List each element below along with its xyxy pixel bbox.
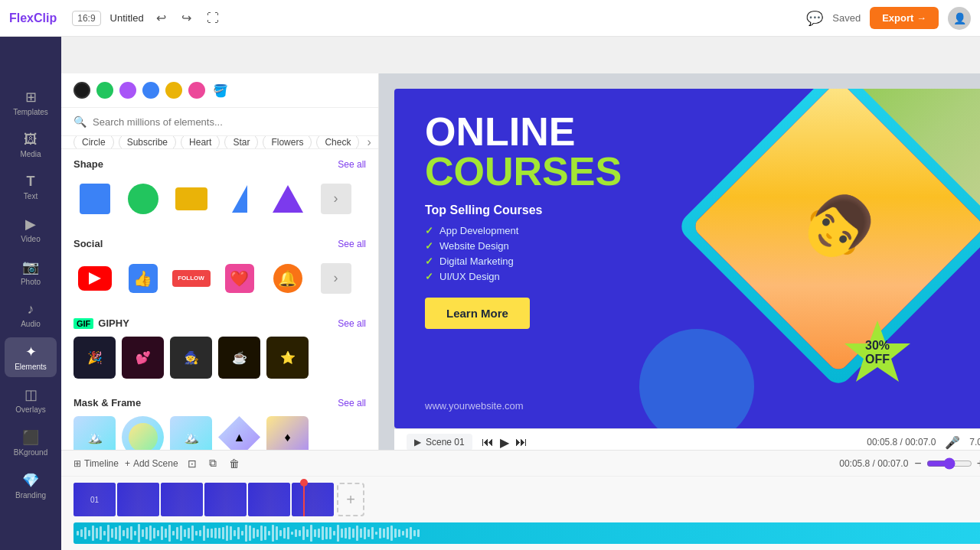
add-icon: +	[125, 458, 130, 469]
shape-see-all[interactable]: See all	[338, 159, 366, 170]
frame-item-4[interactable]: ▲	[218, 416, 260, 450]
social-see-all[interactable]: See all	[338, 239, 366, 249]
list-item-3-text: Digital Marketing	[439, 255, 514, 267]
clip-6[interactable]	[292, 483, 334, 516]
sidebar-label-video: Video	[21, 235, 40, 243]
giphy-item-3[interactable]: 🧙	[170, 337, 212, 379]
sidebar-item-overlays[interactable]: ◫ Overlays	[5, 380, 57, 420]
tag-flowers[interactable]: Flowers	[263, 136, 312, 149]
fullscreen-toggle-button[interactable]: ⛶	[204, 8, 222, 28]
clip-2[interactable]	[117, 483, 159, 516]
social-more[interactable]: ›	[315, 257, 357, 299]
sidebar-item-branding[interactable]: 💎 Branding	[5, 466, 57, 506]
text-icon: T	[27, 174, 35, 190]
clip-5[interactable]	[248, 483, 290, 516]
aspect-ratio-badge[interactable]: 16:9	[72, 11, 100, 26]
topbar: FlexClip 16:9 Untitled ↩ ↪ ⛶ 💬 Saved Exp…	[0, 0, 980, 37]
playback-bar: ▶ Scene 01 ⏮ ▶ ⏭ 00:05.8 / 00:07.0 🎤 7.0…	[394, 428, 980, 450]
shape-more[interactable]: ›	[315, 177, 357, 220]
user-avatar[interactable]: 👤	[948, 7, 971, 30]
fill-color-tool[interactable]: 🪣	[211, 81, 230, 99]
clip-3[interactable]	[161, 483, 203, 516]
shape-circle[interactable]	[122, 177, 164, 220]
color-purple[interactable]	[119, 82, 136, 99]
sidebar-item-bkground[interactable]: ⬛ BKground	[5, 423, 57, 463]
zoom-out-button[interactable]: −	[914, 457, 921, 470]
sidebar-item-elements[interactable]: ✦ Elements	[5, 337, 57, 377]
slide-canvas[interactable]: ONLINE COURSES Top Selling Courses ✓App …	[394, 89, 980, 428]
social-heart[interactable]: ❤️	[218, 257, 260, 299]
frame-item-1[interactable]: 🏔️	[74, 416, 116, 450]
tag-star[interactable]: Star	[224, 136, 258, 149]
redo-button[interactable]: ↪	[178, 8, 194, 28]
mask-frame-see-all[interactable]: See all	[338, 398, 366, 408]
sidebar-item-templates[interactable]: ⊞ Templates	[5, 83, 57, 122]
timeline-button[interactable]: ⊞ Timeline	[74, 458, 119, 469]
giphy-header: GIF GIPHY See all	[74, 317, 366, 329]
workspace: 🪣 🔍 Circle Subscribe Heart Star Flowers …	[61, 73, 980, 450]
export-button[interactable]: Export →	[870, 7, 939, 29]
zoom-in-button[interactable]: +	[977, 457, 980, 470]
color-pink[interactable]	[188, 82, 205, 99]
shape-triangle-up[interactable]	[266, 177, 309, 220]
social-like[interactable]: 👍	[122, 257, 164, 299]
timeline-clips: 01 +	[61, 477, 980, 522]
social-bell[interactable]: 🔔	[266, 257, 309, 299]
add-scene-plus-button[interactable]: +	[337, 483, 364, 516]
giphy-item-5[interactable]: ⭐	[266, 337, 309, 379]
giphy-title: GIPHY	[98, 317, 129, 329]
zoom-slider[interactable]	[926, 457, 972, 470]
add-scene-button[interactable]: + Add Scene	[125, 458, 178, 469]
social-youtube[interactable]	[74, 257, 116, 299]
color-yellow[interactable]	[165, 82, 182, 99]
list-item-3: ✓Digital Marketing	[425, 255, 622, 267]
sidebar-item-video[interactable]: ▶ Video	[5, 210, 57, 249]
search-input[interactable]	[93, 116, 366, 128]
sidebar-item-text[interactable]: T Text	[5, 168, 57, 207]
project-title[interactable]: Untitled	[110, 12, 144, 24]
tag-circle[interactable]: Circle	[74, 136, 114, 149]
shape-triangle-right[interactable]	[218, 177, 260, 220]
chat-icon[interactable]: 💬	[806, 10, 823, 27]
sidebar-label-bkground: BKground	[14, 448, 47, 457]
skip-forward-button[interactable]: ⏭	[515, 435, 528, 449]
sidebar-item-photo[interactable]: 📷 Photo	[5, 252, 57, 292]
frame-item-5[interactable]: ♦	[266, 416, 309, 450]
giphy-item-2[interactable]: 💕	[122, 337, 164, 379]
color-black[interactable]	[74, 82, 90, 99]
badge-percent: 30%	[865, 339, 890, 353]
undo-button[interactable]: ↩	[153, 8, 169, 28]
play-button[interactable]: ▶	[500, 435, 509, 450]
clip-1[interactable]: 01	[74, 483, 116, 516]
sidebar-item-audio[interactable]: ♪ Audio	[5, 295, 57, 334]
learn-more-button[interactable]: Learn More	[425, 298, 530, 329]
color-green[interactable]	[96, 82, 113, 99]
sidebar-label-branding: Branding	[15, 491, 46, 500]
duplicate-button[interactable]: ⧉	[206, 455, 220, 471]
giphy-item-4[interactable]: ☕	[218, 337, 260, 379]
sidebar-item-media[interactable]: 🖼 Media	[5, 125, 57, 164]
giphy-item-1[interactable]: 🎉	[74, 337, 116, 379]
slide-headline-1: ONLINE	[425, 112, 622, 151]
toggle-view-button[interactable]: ⊡	[185, 456, 200, 471]
tag-subscribe[interactable]: Subscribe	[119, 136, 176, 149]
color-blue[interactable]	[142, 82, 159, 99]
list-item-1-text: App Development	[439, 225, 518, 236]
skip-back-button[interactable]: ⏮	[482, 435, 494, 449]
tag-check[interactable]: Check	[316, 136, 359, 149]
sidebar: ⊞ Templates 🖼 Media T Text ▶ Video 📷 Pho…	[0, 37, 61, 550]
social-follow[interactable]: FOLLOW	[170, 257, 212, 299]
clip-4[interactable]	[204, 483, 247, 516]
frame-item-2[interactable]	[122, 416, 164, 450]
mic-icon[interactable]: 🎤	[945, 435, 960, 450]
delete-button[interactable]: 🗑	[226, 456, 243, 471]
tags-more-chevron[interactable]: ›	[364, 136, 374, 149]
frame-item-3[interactable]: 🏔️	[170, 416, 212, 450]
shape-square[interactable]	[74, 177, 116, 220]
audio-icon: ♪	[28, 301, 34, 317]
audio-waveform	[74, 522, 980, 544]
tag-heart[interactable]: Heart	[181, 136, 220, 149]
giphy-see-all[interactable]: See all	[338, 318, 366, 329]
shape-rect[interactable]	[170, 177, 212, 220]
person-photo: 👨	[786, 174, 890, 278]
